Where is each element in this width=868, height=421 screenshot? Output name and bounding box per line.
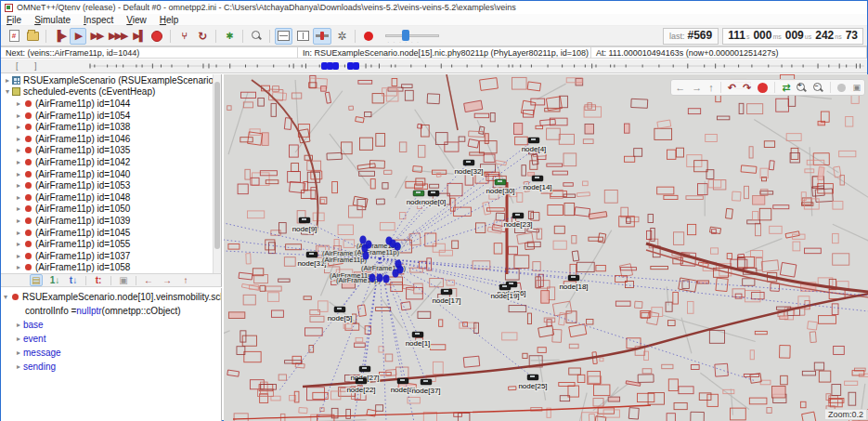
run-until-module-icon[interactable]: ↶ <box>728 83 736 93</box>
map-graphic[interactable]: node[4]node[32]node[30]node[14]node[7]no… <box>224 74 868 421</box>
expand-icon[interactable]: ▸ <box>14 204 23 213</box>
menu-inspect[interactable]: Inspect <box>84 15 113 25</box>
canvas-more-icon[interactable]: ▣ <box>852 84 861 92</box>
tree-item-event[interactable]: ▸(AirFrame11p) id=1039 <box>1 215 221 227</box>
children-mode-button[interactable]: ▣ <box>117 274 130 286</box>
airframe-dot[interactable] <box>392 269 398 277</box>
expand-icon[interactable]: ▸ <box>14 123 23 131</box>
tree-item-event[interactable]: ▸(AirFrame11p) id=1038 <box>1 121 221 133</box>
expand-icon[interactable]: ▸ <box>14 193 23 202</box>
tree-item-event[interactable]: ▸(AirFrame11p) id=1042 <box>1 156 221 168</box>
timeline-event-bubble[interactable] <box>321 62 328 70</box>
load-config-button[interactable] <box>24 28 41 45</box>
tree-item-event[interactable]: ▸(AirFrame11p) id=1044 <box>1 98 221 110</box>
inspector-field-event[interactable]: ▸event <box>1 332 221 346</box>
tree-item-event[interactable]: ▸(AirFrame11p) id=1040 <box>1 168 221 180</box>
timeline-toggle[interactable] <box>313 28 331 45</box>
timeline-event-bubble[interactable] <box>327 62 333 70</box>
expand-icon[interactable]: ▸ <box>14 321 23 329</box>
tree-item-event[interactable]: ▸(AirFrame11p) id=1053 <box>1 179 221 191</box>
layout-vertical-toggle[interactable] <box>294 28 311 45</box>
sort-children-button[interactable]: 1↓ <box>48 274 61 286</box>
expand-icon[interactable]: ▸ <box>14 170 23 178</box>
flat-mode-button[interactable]: t: <box>92 274 105 286</box>
network-canvas[interactable]: ← → ↑ ↶ ↷ ⇄ + – ▣ node[4]node[32]node[30… <box>224 74 868 421</box>
timeline-event-bubble[interactable] <box>347 62 354 70</box>
expand-icon[interactable]: ▸ <box>14 146 23 154</box>
menu-help[interactable]: Help <box>160 15 179 25</box>
tree-scrollbar[interactable] <box>213 74 221 273</box>
history-forward-button[interactable]: → <box>161 274 174 286</box>
tree-item-event[interactable]: ▸(AirFrame11p) id=1048 <box>1 191 221 204</box>
expand-icon[interactable]: ▾ <box>3 87 12 96</box>
canvas-option-icon[interactable] <box>837 84 846 92</box>
animation-speed-slider[interactable]: ...... <box>385 29 439 44</box>
inspector-field-sending[interactable]: ▸sending <box>1 360 221 374</box>
inspector-field-base[interactable]: ▸base <box>1 318 221 332</box>
canvas-back-icon[interactable]: ← <box>675 83 685 93</box>
expand-icon[interactable]: ▸ <box>14 362 23 371</box>
layout-horizontal-toggle[interactable] <box>275 28 292 45</box>
expand-icon[interactable]: ▸ <box>14 181 23 190</box>
fast-run-button[interactable]: ▶▶ <box>88 28 105 45</box>
expand-icon[interactable]: ▸ <box>14 252 23 260</box>
record-button[interactable] <box>360 28 377 45</box>
setup-inifile-button[interactable]: # <box>6 28 22 45</box>
tree-item-network[interactable]: ▸RSUExampleScenario (RSUExampleScenario)… <box>1 74 221 86</box>
inspector-field-message[interactable]: ▸message <box>1 346 221 360</box>
airframe-dot[interactable] <box>362 251 369 259</box>
airframe-dot[interactable] <box>359 235 366 243</box>
canvas-stop-icon[interactable] <box>758 83 768 93</box>
tree-item-event[interactable]: ▸(AirFrame11p) id=1055 <box>1 238 221 250</box>
expand-icon[interactable]: ▸ <box>14 263 23 271</box>
event-timeline[interactable]: [] <box>1 59 867 73</box>
airframe-dot[interactable] <box>376 273 382 282</box>
menu-file[interactable]: File <box>6 15 21 25</box>
stop-button[interactable] <box>149 28 165 45</box>
run-button[interactable]: ▶ <box>70 28 86 45</box>
airframe-dot[interactable] <box>382 274 389 283</box>
fast-until-module-icon[interactable]: ↷ <box>743 83 751 93</box>
tree-item-event[interactable]: ▸(AirFrame11p) id=1054 <box>1 110 221 122</box>
expand-icon[interactable]: ▸ <box>14 240 23 248</box>
airframe-dot[interactable] <box>394 242 400 250</box>
find-objects-button[interactable] <box>248 28 265 45</box>
expand-icon[interactable]: ▸ <box>14 349 23 357</box>
step-button[interactable]: ▐▶ <box>51 28 68 45</box>
canvas-forward-icon[interactable]: → <box>692 83 702 93</box>
expand-icon[interactable]: ▸ <box>14 99 23 108</box>
tree-item-event[interactable]: ▸(AirFrame11p) id=1037 <box>1 250 221 262</box>
controlinfo-link[interactable]: nullptr <box>76 306 101 316</box>
grouped-mode-button[interactable]: ▤ <box>30 274 43 286</box>
inspector-root-row[interactable]: ▾ RSUExampleScenario.node[10].veinsmobil… <box>1 290 221 304</box>
airframe-dot[interactable] <box>365 240 371 248</box>
zoom-in-icon[interactable]: + <box>797 83 807 93</box>
tree-scrollbar-thumb[interactable] <box>214 82 220 249</box>
expand-icon[interactable]: ▸ <box>14 158 23 166</box>
sort-inheritance-button[interactable]: t↓ <box>67 274 80 286</box>
menu-view[interactable]: View <box>126 15 147 25</box>
debug-next-event-button[interactable]: ✱ <box>221 28 238 45</box>
menu-simulate[interactable]: Simulate <box>34 15 71 25</box>
tree-item-event[interactable]: ▸(AirFrame11p) id=1045 <box>1 227 221 239</box>
expand-icon[interactable]: ▸ <box>14 112 23 120</box>
tree-item-event[interactable]: ▸(AirFrame11p) id=1046 <box>1 133 221 145</box>
redraw-icon[interactable]: ⇄ <box>782 83 790 93</box>
timeline-event-bubble[interactable] <box>353 62 359 70</box>
expand-icon[interactable]: ▸ <box>14 217 23 225</box>
tree-item-scheduled-events[interactable]: ▾scheduled-events (cEventHeap) <box>1 86 221 99</box>
relayout-button[interactable]: ↻ <box>194 28 211 45</box>
canvas-parent-icon[interactable]: ↑ <box>708 83 714 93</box>
timeline-event-bubble[interactable] <box>332 62 339 70</box>
expand-icon[interactable]: ▸ <box>14 135 23 143</box>
history-back-button[interactable]: ← <box>142 274 155 286</box>
expand-icon[interactable]: ▸ <box>14 229 23 237</box>
expand-icon[interactable]: ▸ <box>3 76 12 85</box>
tree-item-event[interactable]: ▸(AirFrame11p) id=1058 <box>1 262 221 274</box>
zoom-out-icon[interactable]: – <box>813 83 823 93</box>
tree-item-event[interactable]: ▸(AirFrame11p) id=1035 <box>1 145 221 157</box>
express-run-button[interactable]: ▶▶▶ <box>107 28 128 45</box>
run-until-button[interactable]: ▶▌ <box>130 28 147 45</box>
collapse-icon[interactable]: ▾ <box>1 293 10 301</box>
tree-item-event[interactable]: ▸(AirFrame11p) id=1050 <box>1 204 221 216</box>
